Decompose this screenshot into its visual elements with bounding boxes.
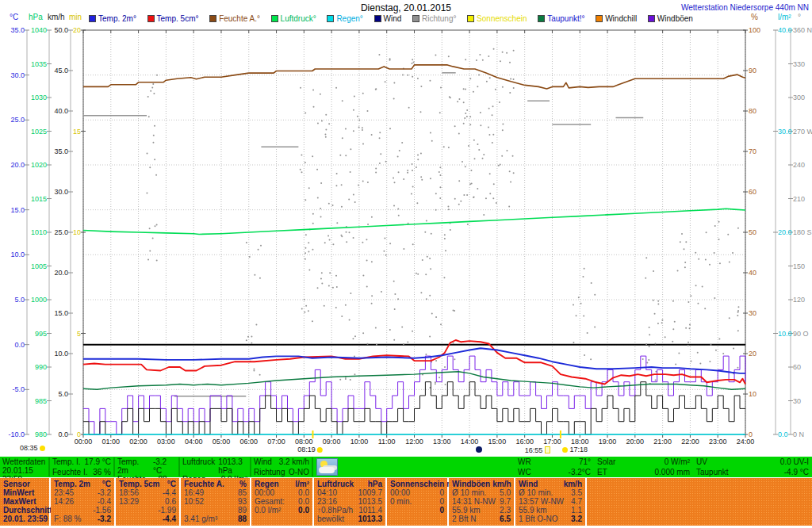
status-value: 17.9 °C <box>85 457 111 466</box>
direction-dot <box>304 312 305 313</box>
direction-dot <box>489 77 491 78</box>
status-kv-row: Wind3.2 km/h <box>254 457 309 466</box>
direction-dot <box>149 250 151 251</box>
direction-dot <box>580 303 582 304</box>
direction-dot <box>506 150 508 151</box>
table-col-header: Regenl/m² <box>255 480 309 488</box>
table-filler <box>587 478 812 526</box>
direction-dot <box>320 216 322 217</box>
axis-tick-label-c: 25.0 <box>10 117 25 124</box>
direction-dot <box>341 184 343 186</box>
direction-dot <box>362 143 364 144</box>
direction-dot <box>336 173 338 174</box>
direction-dot <box>394 308 396 310</box>
direction-dot <box>502 52 504 53</box>
direction-dot <box>733 348 734 350</box>
direction-dot <box>320 94 321 95</box>
table-row: Gesamt:0.0 <box>255 497 309 506</box>
direction-dot <box>688 345 689 346</box>
direction-dot <box>301 155 302 156</box>
table-row: 00:000.0 <box>255 488 309 497</box>
table-row: 0 <box>390 506 444 515</box>
direction-dot <box>417 155 419 156</box>
status-value: 1013.3 hPa <box>218 457 247 475</box>
direction-dot <box>684 262 686 263</box>
direction-dot <box>469 78 471 79</box>
direction-dot <box>420 292 422 293</box>
direction-dot <box>321 283 323 285</box>
status-key: Solar <box>597 457 615 466</box>
table-cell-value: 1013.5 <box>358 497 382 506</box>
direction-dot <box>464 117 465 119</box>
table-cell-value: 0.0 <box>298 497 309 506</box>
direction-dot <box>317 287 319 289</box>
direction-dot <box>445 250 446 251</box>
x-axis-hour-label: 08:00 <box>295 438 313 446</box>
direction-dot <box>398 215 400 216</box>
direction-dot <box>657 304 659 305</box>
weather-chart: 35.030.025.020.015.010.05.00.0-5.0-10.0°… <box>0 0 812 456</box>
direction-dot <box>458 132 460 134</box>
axis-tick-label-lm2: 0.0 <box>778 431 788 438</box>
table-col-name: Windböen <box>452 480 490 488</box>
direction-dot <box>512 155 514 157</box>
direction-dot <box>247 336 249 338</box>
direction-dot <box>156 75 158 76</box>
x-axis-hour-label: 15:00 <box>488 438 507 446</box>
table-cell-time: 13:29 <box>119 497 139 506</box>
axis-tick-label-pct: 40 <box>749 270 756 277</box>
direction-dot <box>439 112 441 113</box>
direction-dot <box>251 342 252 344</box>
axis-tick-label-deg: 150 <box>793 263 805 270</box>
table-cell-time: bewölkt <box>317 515 344 523</box>
direction-dot <box>348 198 350 200</box>
axis-tick-label-deg: 180 S <box>793 229 812 236</box>
status-value: -4.9 °C <box>784 468 809 476</box>
table-cell-time: 2 Bft N <box>452 515 477 523</box>
direction-dot <box>408 107 410 109</box>
direction-dot <box>324 133 326 135</box>
table-col-unit: °C <box>167 480 176 488</box>
direction-dot <box>430 178 431 179</box>
direction-dot <box>474 158 476 159</box>
status-key: Luftdruck <box>182 457 215 475</box>
status-value: 71° <box>579 457 591 466</box>
status-bar: Wetterdaten20.01.15 23:59Temp. I.17.9 °C… <box>0 457 812 477</box>
direction-dot <box>371 295 373 297</box>
table-col-header: Feuchte A.% <box>184 480 247 488</box>
x-axis-hour-label: 11:00 <box>378 438 396 446</box>
table-cell-time: F: 88 % <box>54 515 81 523</box>
direction-dot <box>489 193 491 194</box>
direction-dot <box>513 78 515 80</box>
axis-tick-label-deg: 360 N <box>793 27 812 34</box>
direction-dot <box>380 153 381 155</box>
direction-dot <box>480 124 481 126</box>
direction-dot <box>393 182 395 183</box>
direction-dot <box>313 106 315 108</box>
status-col: Temp. I.17.9 °CFeuchte I.36 % <box>50 457 115 476</box>
axis-header-c: °C <box>10 13 18 21</box>
direction-dot <box>463 88 465 90</box>
table-row: -4.4 <box>119 515 176 523</box>
direction-dot <box>453 310 454 312</box>
direction-dot <box>341 206 343 208</box>
table-cell-time: 23:16 <box>317 497 337 506</box>
table-row: 10:5293 <box>184 497 247 506</box>
direction-dot <box>312 249 313 251</box>
direction-dot <box>583 316 584 317</box>
axis-tick-label-hpa: 1035 <box>31 61 47 68</box>
direction-dot <box>375 167 377 169</box>
direction-dot <box>345 155 347 156</box>
direction-dot <box>393 82 395 84</box>
direction-dot <box>312 89 314 90</box>
axis-tick-label-kmh: 40.0 <box>54 108 68 115</box>
direction-dot <box>328 285 330 286</box>
direction-dot <box>429 80 431 82</box>
axis-tick-label-pct: 50 <box>749 229 756 236</box>
direction-dot <box>156 224 158 225</box>
direction-dot <box>709 361 710 362</box>
table-cell-time: 14:26 <box>54 497 74 506</box>
direction-dot <box>591 282 592 284</box>
table-col-name: Temp. 2m <box>54 480 90 488</box>
direction-dot <box>407 170 408 171</box>
